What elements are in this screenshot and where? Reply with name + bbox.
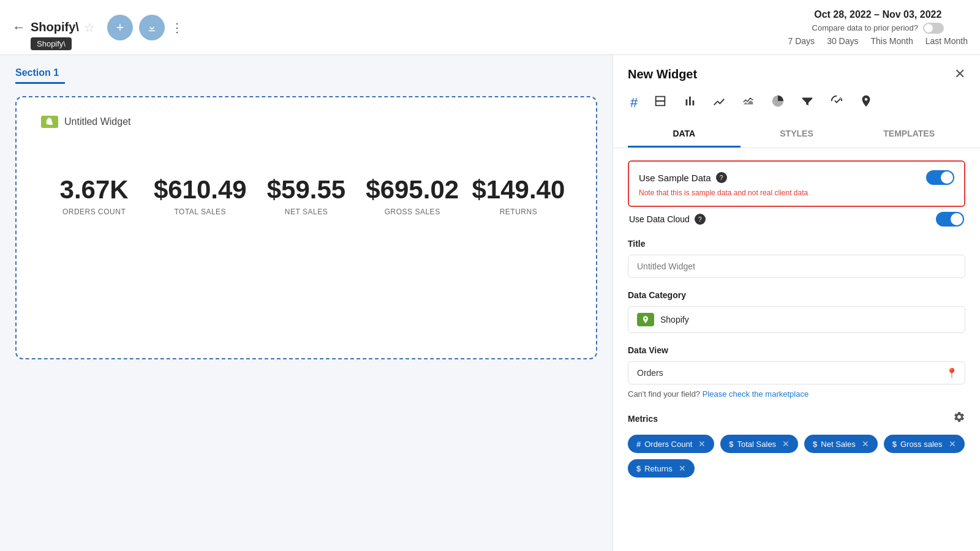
back-arrow-icon: ← xyxy=(12,20,26,36)
hash-icon-btn[interactable]: # xyxy=(628,92,640,114)
data-cloud-info-icon[interactable]: ? xyxy=(695,214,706,225)
app-title: Shopify\ xyxy=(31,20,79,34)
marketplace-link-text: Can't find your field? Please check the … xyxy=(628,389,965,399)
metric-net-sales: $59.55 NET SALES xyxy=(253,177,359,216)
metric-value-total-sales: $610.49 xyxy=(147,177,253,203)
pie-chart-icon-btn[interactable] xyxy=(769,92,787,114)
sample-data-toggle[interactable] xyxy=(926,170,954,185)
tab-data[interactable]: DATA xyxy=(628,121,741,148)
header-actions: + ⋮ xyxy=(107,15,184,40)
metrics-settings-button[interactable] xyxy=(953,411,965,426)
period-30days[interactable]: 30 Days xyxy=(827,36,858,46)
sample-data-label: Use Sample Data ? xyxy=(639,172,727,183)
data-view-input[interactable] xyxy=(628,361,965,384)
metric-value-returns: $149.40 xyxy=(466,177,571,203)
marketplace-link[interactable]: Please check the marketplace xyxy=(703,389,809,399)
tab-templates[interactable]: TEMPLATES xyxy=(853,121,965,148)
sample-data-info-icon[interactable]: ? xyxy=(716,172,727,183)
metric-value-net-sales: $59.55 xyxy=(253,177,359,203)
title-input[interactable] xyxy=(628,255,965,278)
metrics-tags: # Orders Count ✕ $ Total Sales ✕ $ Net S… xyxy=(628,435,965,478)
metric-label-orders: ORDERS COUNT xyxy=(41,208,147,216)
header-date-section: Oct 28, 2022 – Nov 03, 2022 Compare data… xyxy=(788,9,968,46)
map-icon-btn[interactable] xyxy=(857,92,875,114)
sample-data-box: Use Sample Data ? Note that this is samp… xyxy=(628,160,965,207)
section-tab-1[interactable]: Section 1 xyxy=(15,67,65,84)
section-tabs: Section 1 xyxy=(15,67,597,84)
gauge-icon-btn[interactable] xyxy=(827,92,846,114)
data-cloud-label: Use Data Cloud ? xyxy=(629,214,706,225)
metric-orders-count: 3.67K ORDERS COUNT xyxy=(41,177,147,216)
download-button[interactable] xyxy=(139,15,165,40)
metric-value-orders: 3.67K xyxy=(41,177,147,203)
metric-total-sales: $610.49 TOTAL SALES xyxy=(147,177,253,216)
data-cloud-text: Use Data Cloud xyxy=(629,214,690,224)
metric-label-net-sales: NET SALES xyxy=(253,208,359,216)
data-view-section: Data View 📍 Can't find your field? Pleas… xyxy=(628,345,965,399)
tab-styles[interactable]: STYLES xyxy=(741,121,853,148)
panel-title: New Widget xyxy=(628,67,697,81)
widget-title: Untitled Widget xyxy=(64,116,131,127)
table-icon-btn[interactable] xyxy=(651,92,669,114)
data-view-pin-icon: 📍 xyxy=(946,367,958,379)
title-label: Title xyxy=(628,239,965,249)
panel-title-row: New Widget ✕ xyxy=(628,66,965,82)
date-range-label: Oct 28, 2022 – Nov 03, 2022 xyxy=(814,9,941,20)
data-category-label: Data Category xyxy=(628,290,965,300)
metric-label-returns: RETURNS xyxy=(466,208,571,216)
widget-card: Untitled Widget 3.67K ORDERS COUNT $610.… xyxy=(15,96,597,359)
more-options-button[interactable]: ⋮ xyxy=(171,20,184,35)
top-header: ← Shopify\ Shopify\ ☆ + ⋮ Oct 28, 2022 –… xyxy=(0,0,980,55)
metrics-display-row: 3.67K ORDERS COUNT $610.49 TOTAL SALES $… xyxy=(41,177,571,216)
metrics-section-label: Metrics xyxy=(628,414,658,424)
filter-icon-btn[interactable] xyxy=(798,92,816,114)
panel-tabs: DATA STYLES TEMPLATES xyxy=(628,121,965,148)
metric-tag-net-sales[interactable]: $ Net Sales ✕ xyxy=(804,435,878,453)
metric-tag-total-sales[interactable]: $ Total Sales ✕ xyxy=(720,435,798,453)
app-title-wrap: Shopify\ Shopify\ xyxy=(31,20,79,34)
data-category-section: Data Category Shopify xyxy=(628,290,965,333)
favorite-star-icon[interactable]: ☆ xyxy=(84,20,95,35)
metric-label-gross-sales: GROSS SALES xyxy=(360,208,466,216)
metric-value-gross-sales: $695.02 xyxy=(360,177,466,203)
right-panel: New Widget ✕ # xyxy=(612,55,980,551)
metric-returns: $149.40 RETURNS xyxy=(466,177,571,216)
data-view-label: Data View xyxy=(628,345,965,355)
line-chart-icon-btn[interactable] xyxy=(710,92,728,114)
panel-body: Use Sample Data ? Note that this is samp… xyxy=(613,148,980,551)
data-view-wrap: 📍 xyxy=(628,361,965,384)
bar-chart-icon-btn[interactable] xyxy=(680,92,699,114)
metrics-header: Metrics xyxy=(628,411,965,426)
add-button[interactable]: + xyxy=(107,15,133,40)
sample-data-text: Use Sample Data xyxy=(639,173,711,183)
metric-label-total-sales: TOTAL SALES xyxy=(147,208,253,216)
title-section: Title xyxy=(628,239,965,278)
shopify-logo-icon xyxy=(41,116,58,128)
period-7days[interactable]: 7 Days xyxy=(788,36,815,46)
period-filters: 7 Days 30 Days This Month Last Month xyxy=(788,36,968,46)
area-chart-icon-btn[interactable] xyxy=(739,92,758,114)
data-cloud-row: Use Data Cloud ? xyxy=(628,212,965,227)
panel-header: New Widget ✕ # xyxy=(613,55,980,148)
compare-label: Compare data to prior period? xyxy=(812,23,918,32)
sample-data-note: Note that this is sample data and not re… xyxy=(639,189,954,197)
metric-tag-orders-count[interactable]: # Orders Count ✕ xyxy=(628,435,714,453)
metric-tag-gross-sales[interactable]: $ Gross sales ✕ xyxy=(884,435,965,453)
data-category-name: Shopify xyxy=(660,315,689,324)
left-content: Section 1 Untitled Widget 3.67K ORDERS C… xyxy=(0,55,612,551)
compare-row: Compare data to prior period? xyxy=(812,23,944,34)
icon-toolbar: # xyxy=(628,92,965,121)
period-this-month[interactable]: This Month xyxy=(870,36,913,46)
metric-gross-sales: $695.02 GROSS SALES xyxy=(360,177,466,216)
data-cloud-toggle[interactable] xyxy=(936,212,964,227)
sample-data-row: Use Sample Data ? xyxy=(639,170,954,185)
widget-header: Untitled Widget xyxy=(41,116,571,128)
back-button[interactable]: ← Shopify\ Shopify\ xyxy=(12,20,79,36)
period-last-month[interactable]: Last Month xyxy=(925,36,968,46)
data-category-value[interactable]: Shopify xyxy=(628,306,965,333)
shopify-category-icon xyxy=(637,313,654,326)
compare-toggle[interactable] xyxy=(923,23,944,34)
app-tooltip: Shopify\ xyxy=(31,37,72,50)
metric-tag-returns[interactable]: $ Returns ✕ xyxy=(628,459,695,478)
close-panel-button[interactable]: ✕ xyxy=(954,66,965,82)
